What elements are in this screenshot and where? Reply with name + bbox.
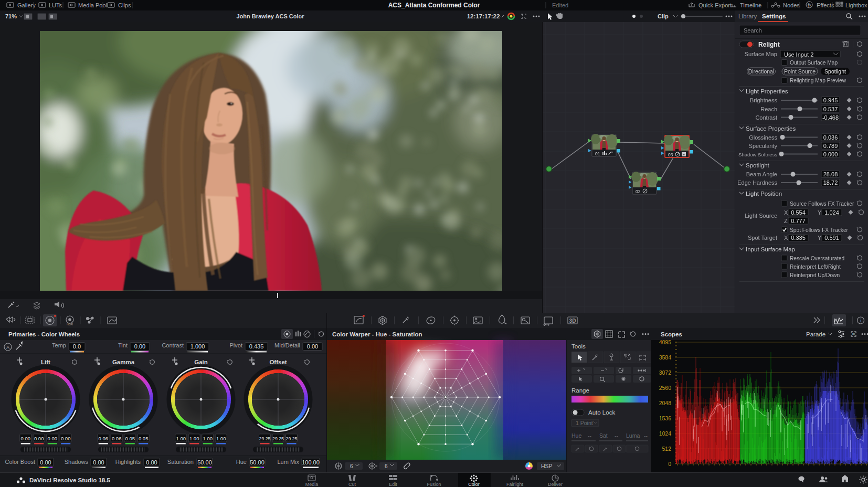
svg-text:29.25: 29.25	[285, 436, 297, 441]
svg-text:X: X	[784, 235, 788, 241]
svg-text:Spotlight: Spotlight	[824, 68, 846, 75]
svg-text:Saturation: Saturation	[167, 459, 194, 465]
svg-text:0.00: 0.00	[134, 343, 145, 350]
svg-text:3072: 3072	[659, 369, 672, 376]
svg-text:Settings: Settings	[762, 13, 786, 19]
svg-text:--: --	[588, 432, 591, 439]
svg-text:0.591: 0.591	[824, 235, 839, 241]
svg-text:1.00: 1.00	[189, 436, 199, 441]
svg-text:Primaries - Color Wheels: Primaries - Color Wheels	[8, 331, 80, 337]
svg-text:Clips: Clips	[118, 2, 131, 8]
svg-text:Search: Search	[744, 27, 762, 34]
svg-text:1.00: 1.00	[216, 436, 226, 441]
svg-text:0.00: 0.00	[146, 459, 157, 465]
svg-text:12:17:17:22: 12:17:17:22	[467, 13, 500, 19]
svg-text:Input Surface Map: Input Surface Map	[746, 246, 795, 252]
svg-text:0.554: 0.554	[791, 209, 806, 216]
svg-text:Fairlight: Fairlight	[506, 482, 524, 487]
svg-text:Gallery: Gallery	[17, 2, 36, 8]
svg-text:Directional: Directional	[748, 68, 775, 75]
svg-text:Spot Follows FX Tracker: Spot Follows FX Tracker	[790, 227, 849, 233]
svg-text:3D: 3D	[569, 318, 576, 324]
svg-text:Reinterpret Left/Right: Reinterpret Left/Right	[790, 264, 841, 270]
svg-text:0.537: 0.537	[823, 106, 838, 112]
svg-text:18.72: 18.72	[823, 179, 838, 186]
svg-text:0.00: 0.00	[48, 436, 58, 441]
svg-text:Tint: Tint	[118, 342, 128, 348]
svg-text:Spot Target: Spot Target	[748, 235, 777, 241]
svg-text:0.00: 0.00	[307, 343, 318, 350]
svg-text:Use Input 2: Use Input 2	[784, 51, 813, 58]
svg-text:0.0: 0.0	[73, 343, 81, 350]
svg-text:Color Warper - Hue - Saturatio: Color Warper - Hue - Saturation	[332, 331, 422, 337]
svg-text:Lum Mix: Lum Mix	[277, 459, 299, 465]
svg-text:Deliver: Deliver	[548, 482, 563, 487]
svg-text:Clip: Clip	[658, 13, 669, 19]
svg-text:29.25: 29.25	[272, 436, 284, 441]
svg-text:0.036: 0.036	[823, 134, 838, 141]
svg-text:--: --	[615, 432, 618, 439]
svg-text:Range: Range	[571, 387, 589, 394]
svg-text:0.335: 0.335	[791, 235, 806, 241]
svg-text:Cut: Cut	[348, 482, 356, 487]
svg-text:0.05: 0.05	[139, 436, 149, 441]
svg-text:0.05: 0.05	[125, 436, 135, 441]
svg-text:29.25: 29.25	[259, 436, 270, 441]
svg-text:0.06: 0.06	[99, 436, 109, 441]
svg-text:0.777: 0.777	[791, 218, 806, 224]
svg-text:Edited: Edited	[552, 2, 568, 8]
svg-text:Fusion: Fusion	[427, 482, 441, 487]
svg-text:Contrast: Contrast	[162, 342, 184, 348]
svg-text:i: i	[860, 318, 861, 323]
svg-text:0.00: 0.00	[61, 436, 71, 441]
svg-text:FL: FL	[852, 333, 856, 336]
svg-text:Relighting Map Preview: Relighting Map Preview	[790, 78, 846, 83]
svg-text:6: 6	[350, 463, 353, 469]
svg-text:Hue: Hue	[571, 432, 581, 439]
svg-text:0.06: 0.06	[112, 436, 122, 441]
svg-text:71%: 71%	[5, 13, 17, 19]
svg-text:512: 512	[662, 446, 671, 452]
svg-text:100.00: 100.00	[302, 459, 320, 465]
svg-text:Gain: Gain	[194, 359, 208, 365]
svg-text:Offset: Offset	[269, 359, 287, 365]
svg-text:0: 0	[668, 461, 671, 467]
svg-text:03: 03	[668, 152, 673, 157]
svg-text:HDR: HDR	[67, 323, 73, 326]
svg-text:LUTs: LUTs	[49, 2, 62, 8]
svg-text:Media: Media	[305, 482, 319, 487]
svg-text:X: X	[784, 209, 788, 216]
svg-text:Z: Z	[784, 218, 788, 224]
svg-text:Relight: Relight	[758, 41, 780, 48]
svg-text:John Brawley ACS Color: John Brawley ACS Color	[236, 13, 304, 19]
svg-text:0.00: 0.00	[93, 459, 104, 465]
svg-text:1 Point: 1 Point	[576, 420, 593, 426]
svg-text:50.00: 50.00	[250, 459, 264, 465]
svg-text:Effects: Effects	[817, 2, 834, 8]
svg-text:28.08: 28.08	[823, 171, 838, 177]
svg-text:1.000: 1.000	[190, 343, 205, 350]
svg-text:Hue: Hue	[236, 459, 247, 465]
svg-text:Nodes: Nodes	[783, 2, 800, 8]
svg-text:02: 02	[636, 189, 641, 194]
svg-text:Tools: Tools	[571, 343, 586, 350]
svg-text:01: 01	[595, 151, 600, 156]
svg-text:Parade: Parade	[806, 331, 825, 337]
svg-text:Edit: Edit	[389, 482, 397, 487]
svg-text:50.00: 50.00	[197, 459, 212, 465]
svg-text:Surface Map: Surface Map	[745, 51, 777, 57]
svg-text:Reach: Reach	[760, 106, 777, 112]
svg-text:0.00: 0.00	[21, 436, 31, 441]
svg-text:1.00: 1.00	[176, 436, 186, 441]
svg-text:Scopes: Scopes	[661, 331, 682, 337]
svg-text:Lift: Lift	[41, 359, 50, 365]
svg-text:Auto Lock: Auto Lock	[588, 409, 615, 416]
svg-text:--: --	[644, 432, 648, 439]
svg-text:Beam Angle: Beam Angle	[746, 171, 777, 177]
svg-text:Color: Color	[468, 482, 480, 487]
svg-text:Specularity: Specularity	[749, 143, 778, 149]
svg-text:2048: 2048	[659, 400, 672, 406]
svg-text:Light Source: Light Source	[745, 213, 777, 219]
svg-text:Timeline: Timeline	[740, 2, 761, 8]
svg-text:Y: Y	[818, 209, 822, 216]
